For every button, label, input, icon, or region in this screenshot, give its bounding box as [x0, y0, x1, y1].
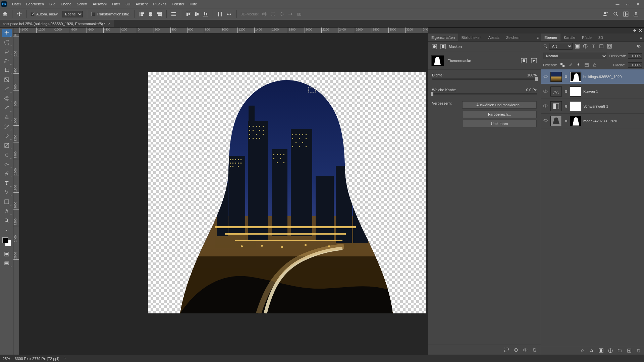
marquee-tool[interactable]: [2, 38, 12, 46]
ruler-vertical[interactable]: 0200400600800100012001400160018002000220…: [13, 34, 19, 355]
feather-value[interactable]: 0,0 Px: [526, 88, 537, 92]
new-adjustment-icon[interactable]: [608, 348, 613, 353]
visibility-toggle-icon[interactable]: [542, 74, 548, 79]
filter-shape-icon[interactable]: [598, 43, 605, 49]
path-select-tool[interactable]: [2, 188, 12, 196]
eyedropper-tool[interactable]: [2, 85, 12, 93]
delete-mask-icon[interactable]: [532, 347, 537, 353]
maximize-button[interactable]: ▭: [623, 2, 633, 6]
close-document-icon[interactable]: ×: [108, 21, 111, 26]
quick-select-tool[interactable]: [2, 57, 12, 65]
lock-transparency-icon[interactable]: [560, 62, 565, 68]
adjustment-thumbnail[interactable]: [550, 101, 562, 111]
zoom-tool[interactable]: [2, 217, 12, 225]
gradient-tool[interactable]: [2, 141, 12, 149]
layer-fx-icon[interactable]: fx: [589, 348, 594, 353]
tab-kanaele[interactable]: Kanäle: [560, 34, 579, 41]
blur-tool[interactable]: [2, 151, 12, 159]
crop-tool[interactable]: [2, 66, 12, 74]
edit-toolbar[interactable]: ⋯: [2, 226, 12, 234]
add-mask-icon[interactable]: [598, 348, 604, 353]
new-layer-icon[interactable]: [627, 348, 632, 353]
tab-bibliotheken[interactable]: Bibliotheken: [458, 34, 485, 41]
filter-adjustment-icon[interactable]: [582, 43, 589, 49]
frame-tool[interactable]: [2, 76, 12, 84]
density-slider[interactable]: [432, 78, 537, 80]
align-top-icon[interactable]: [185, 11, 191, 17]
delete-layer-icon[interactable]: [636, 348, 641, 353]
menu-datei[interactable]: Datei: [9, 2, 23, 6]
align-right-icon[interactable]: [156, 11, 162, 17]
auto-select-checkbox[interactable]: Autom. ausw.:: [31, 12, 59, 16]
document-tab[interactable]: test.psdc bei 25% (buildings-936589_1920…: [0, 20, 114, 27]
ruler-horizontal[interactable]: -1400-1200-1000-800-600-400-200020040060…: [19, 27, 428, 34]
layer-row[interactable]: ⛓ Kurven 1: [541, 84, 644, 99]
visibility-toggle-icon[interactable]: [542, 104, 548, 109]
transform-controls-checkbox[interactable]: Transformationsstrg.: [91, 12, 130, 16]
layer-name[interactable]: Kurven 1: [583, 89, 643, 94]
align-vcenter-icon[interactable]: [194, 11, 200, 17]
menu-plugins[interactable]: Plug-ins: [150, 2, 169, 6]
menu-auswahl[interactable]: Auswahl: [90, 2, 109, 6]
filter-pixel-icon[interactable]: [574, 43, 581, 49]
layer-row[interactable]: ⛓ model-429733_1920: [541, 114, 644, 128]
close-window-button[interactable]: ✕: [633, 2, 643, 6]
stamp-tool[interactable]: [2, 113, 12, 121]
tab-3d[interactable]: 3D: [595, 34, 606, 41]
mask-thumbnail[interactable]: [431, 55, 444, 66]
document-canvas[interactable]: [148, 72, 426, 313]
opacity-input[interactable]: [628, 53, 642, 59]
pixel-mask-mode-icon[interactable]: [431, 44, 437, 50]
layer-mask-thumbnail[interactable]: [570, 72, 581, 82]
tab-absatz[interactable]: Absatz: [485, 34, 503, 41]
lasso-tool[interactable]: [2, 48, 12, 56]
layer-row[interactable]: ⛓ Schwarzweiß 1: [541, 99, 644, 114]
select-and-mask-button[interactable]: Auswählen und maskieren...: [462, 101, 537, 109]
home-button[interactable]: [2, 11, 8, 17]
add-vector-mask-icon[interactable]: [531, 58, 537, 64]
lock-pixels-icon[interactable]: [568, 62, 573, 68]
distribute-icon[interactable]: [171, 11, 177, 17]
visibility-toggle-icon[interactable]: [542, 89, 548, 94]
auto-select-mode[interactable]: Ebene: [62, 11, 83, 17]
distribute-v-icon[interactable]: [217, 11, 223, 17]
vector-mask-mode-icon[interactable]: [440, 44, 446, 50]
invite-icon[interactable]: [602, 11, 609, 17]
visibility-toggle-icon[interactable]: [542, 119, 548, 123]
doc-info-menu-icon[interactable]: 〉: [64, 356, 68, 361]
panel-menu-icon[interactable]: ≡: [535, 36, 541, 40]
move-tool[interactable]: [2, 29, 12, 37]
filter-type-layer-icon[interactable]: [590, 43, 597, 49]
eraser-tool[interactable]: [2, 132, 12, 140]
filter-type-select[interactable]: Art: [549, 43, 573, 50]
close-panel-group-icon[interactable]: [639, 28, 643, 33]
layer-mask-thumbnail[interactable]: [570, 116, 581, 126]
link-icon[interactable]: ⛓: [564, 119, 568, 123]
link-icon[interactable]: ⛓: [564, 105, 568, 108]
filter-toggle-switch[interactable]: [635, 43, 642, 49]
menu-filter[interactable]: Filter: [109, 2, 123, 6]
new-group-icon[interactable]: [617, 348, 623, 353]
quick-mask-icon[interactable]: [2, 250, 12, 258]
color-range-button[interactable]: Farbbereich...: [462, 111, 537, 118]
foreground-background-colors[interactable]: [2, 237, 11, 246]
history-brush-tool[interactable]: [2, 123, 12, 131]
ruler-origin[interactable]: [13, 27, 19, 34]
tab-ebenen[interactable]: Ebenen: [541, 34, 560, 41]
layers-panel-menu-icon[interactable]: ≡: [638, 36, 644, 40]
menu-ebene[interactable]: Ebene: [58, 2, 74, 6]
workspace-icon[interactable]: [623, 11, 629, 17]
align-hcenter-icon[interactable]: [148, 11, 154, 17]
dodge-tool[interactable]: [2, 160, 12, 168]
menu-3d[interactable]: 3D: [123, 2, 133, 6]
menu-schrift[interactable]: Schrift: [74, 2, 90, 6]
load-selection-icon[interactable]: [504, 347, 509, 353]
menu-fenster[interactable]: Fenster: [169, 2, 187, 6]
layer-mask-thumbnail[interactable]: [570, 101, 581, 111]
layer-name[interactable]: model-429733_1920: [583, 119, 643, 123]
zoom-level[interactable]: 25%: [3, 357, 10, 361]
move-tool-icon[interactable]: [16, 11, 22, 17]
fill-input[interactable]: [628, 62, 642, 68]
add-pixel-mask-icon[interactable]: [521, 58, 527, 64]
share-icon[interactable]: [633, 11, 639, 17]
